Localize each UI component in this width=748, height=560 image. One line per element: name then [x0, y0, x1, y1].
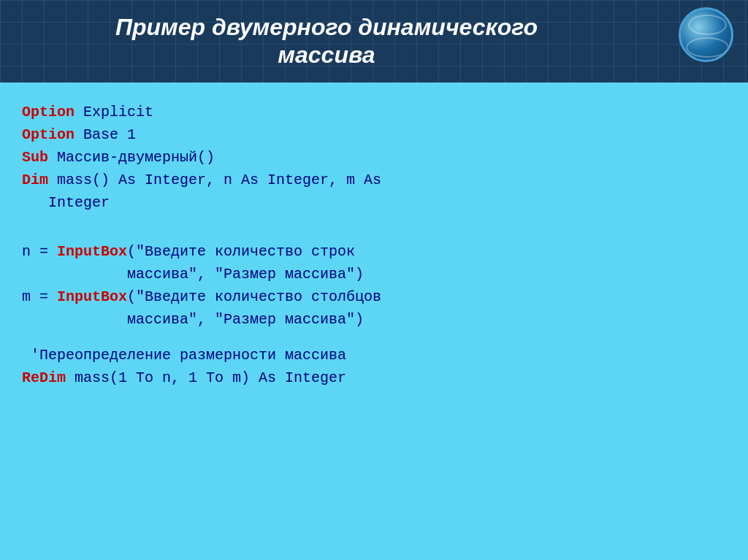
code-line-2: Option Base 1	[22, 123, 726, 146]
code-explicit-rest: Explicit	[75, 104, 153, 120]
code-line-3: Sub Массив-двумерный()	[22, 146, 726, 169]
code-dim-rest: mass() As Integer, n As Integer, m As	[48, 172, 381, 188]
spacer1	[22, 214, 726, 227]
code-redim-rest: mass(1 To n, 1 To m) As Integer	[66, 369, 346, 386]
slide-title: Пример двумерного динамического массива	[115, 13, 596, 69]
code-comment: 'Переопределение размерности массива	[22, 347, 346, 364]
globe-icon	[679, 7, 733, 62]
keyword-sub: Sub	[22, 149, 48, 166]
code-inputbox-n-arg2: массива", "Размер массива")	[22, 266, 364, 283]
globe-container	[679, 7, 737, 66]
code-dim-cont: Integer	[22, 194, 110, 211]
code-base-rest: Base 1	[75, 126, 136, 143]
code-line-8: ReDim mass(1 To n, 1 To m) As Integer	[22, 367, 726, 389]
code-n-prefix: n =	[22, 243, 57, 260]
code-line-1: Option Explicit	[22, 101, 726, 123]
code-m-prefix: m =	[22, 288, 57, 305]
code-line-6b: массива", "Размер массива")	[22, 308, 726, 331]
keyword-inputbox-m: InputBox	[57, 288, 127, 305]
code-line-4-cont: Integer	[22, 191, 726, 214]
keyword-dim: Dim	[22, 172, 48, 188]
code-inputbox-n-arg1: ("Введите количество строк	[127, 243, 355, 260]
code-line-5b: массива", "Размер массива")	[22, 263, 726, 285]
title-line2: массива	[278, 42, 375, 68]
spacer2	[22, 227, 726, 240]
code-line-4: Dim mass() As Integer, n As Integer, m A…	[22, 169, 726, 191]
code-inputbox-m-arg2: массива", "Размер массива")	[22, 311, 364, 328]
keyword-option-explicit: Option	[22, 104, 75, 120]
keyword-redim: ReDim	[22, 369, 66, 386]
code-line-5a: n = InputBox("Введите количество строк	[22, 240, 726, 263]
slide-container: Пример двумерного динамического массива …	[0, 0, 748, 560]
code-inputbox-m-arg1: ("Введите количество столбцов	[127, 288, 381, 305]
title-line1: Пример двумерного динамического	[115, 14, 538, 40]
header: Пример двумерного динамического массива	[0, 0, 748, 83]
keyword-option-base: Option	[22, 126, 75, 143]
code-line-7: 'Переопределение размерности массива	[22, 344, 726, 367]
keyword-inputbox-n: InputBox	[57, 243, 127, 260]
spacer3	[22, 331, 726, 344]
code-line-6a: m = InputBox("Введите количество столбцо…	[22, 285, 726, 308]
content-area: Option Explicit Option Base 1 Sub Массив…	[0, 83, 748, 560]
code-sub-rest: Массив-двумерный()	[48, 149, 215, 166]
code-block: Option Explicit Option Base 1 Sub Массив…	[22, 101, 726, 389]
